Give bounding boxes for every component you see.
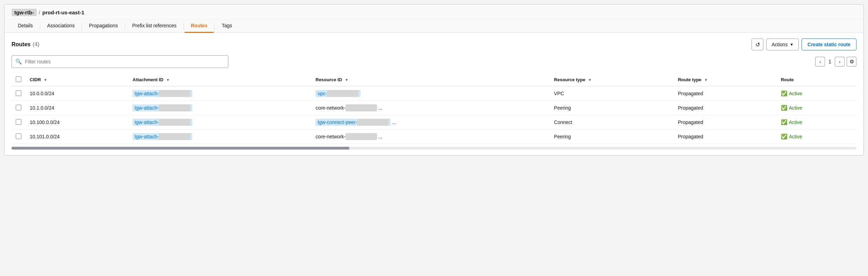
resource-id-link[interactable]: tgw-connect-peer- bbox=[315, 119, 391, 126]
status-badge: ✅ Active bbox=[781, 90, 852, 97]
content-area: Routes (4) ↺ Actions ▼ Create static rou… bbox=[5, 33, 863, 155]
tab-divider-5 bbox=[214, 22, 215, 29]
row-checkbox-3[interactable] bbox=[16, 133, 21, 139]
route-type-cell: Propagated bbox=[674, 130, 776, 144]
resource-type-cell: Peering bbox=[550, 130, 674, 144]
row-checkbox-cell[interactable] bbox=[12, 130, 26, 144]
horizontal-scrollbar[interactable] bbox=[12, 147, 856, 150]
ellipsis: ... bbox=[392, 119, 396, 125]
route-type-cell: Propagated bbox=[674, 101, 776, 115]
dropdown-icon: ▼ bbox=[790, 42, 794, 47]
breadcrumb-name: prod-rt-us-east-1 bbox=[42, 9, 84, 15]
next-page-button[interactable]: › bbox=[835, 57, 845, 67]
cidr-sort-icon[interactable]: ▼ bbox=[43, 78, 47, 82]
scrollbar-thumb[interactable] bbox=[12, 147, 349, 150]
row-checkbox-0[interactable] bbox=[16, 90, 21, 96]
resource-id-cell[interactable]: tgw-connect-peer- ... bbox=[311, 115, 550, 130]
resource-id-plain: core-network- bbox=[315, 134, 346, 139]
table-row: 10.100.0.0/24tgw-attach- tgw-connect-pee… bbox=[12, 115, 856, 130]
resource-type-sort-icon[interactable]: ▼ bbox=[588, 78, 592, 82]
resource-masked bbox=[346, 133, 377, 140]
status-label: Active bbox=[789, 119, 802, 125]
section-count: (4) bbox=[33, 41, 40, 48]
table-header-row: CIDR ▼ Attachment ID ▼ Resource ID ▼ Res… bbox=[12, 74, 856, 86]
resource-masked bbox=[357, 119, 389, 126]
prev-page-button[interactable]: ‹ bbox=[815, 57, 825, 67]
refresh-button[interactable]: ↺ bbox=[752, 39, 763, 50]
search-input[interactable] bbox=[25, 59, 225, 64]
section-header: Routes (4) ↺ Actions ▼ Create static rou… bbox=[12, 39, 856, 50]
resource-id-cell[interactable]: vpc- bbox=[311, 86, 550, 101]
resource-masked bbox=[346, 104, 377, 111]
attachment-id-link[interactable]: tgw-attach- bbox=[133, 119, 192, 126]
status-label: Active bbox=[789, 105, 802, 111]
resource-id-sort-icon[interactable]: ▼ bbox=[345, 78, 349, 82]
col-header-attachment-id: Attachment ID ▼ bbox=[128, 74, 311, 86]
resource-id-link[interactable]: vpc- bbox=[315, 90, 360, 97]
tab-tags[interactable]: Tags bbox=[215, 19, 239, 33]
resource-type-cell: VPC bbox=[550, 86, 674, 101]
table-row: 10.0.0.0/24tgw-attach- vpc- VPCPropagate… bbox=[12, 86, 856, 101]
col-header-route-state: Route bbox=[777, 74, 856, 86]
tab-propagations[interactable]: Propagations bbox=[83, 19, 124, 33]
status-badge: ✅ Active bbox=[781, 119, 852, 125]
ellipsis: ... bbox=[378, 105, 383, 111]
attachment-id-link[interactable]: tgw-attach- bbox=[133, 104, 192, 111]
create-static-route-button[interactable]: Create static route bbox=[802, 39, 856, 50]
col-header-resource-type: Resource type ▼ bbox=[550, 74, 674, 86]
resource-masked bbox=[327, 90, 358, 97]
attachment-id-cell[interactable]: tgw-attach- bbox=[128, 86, 311, 101]
tab-details[interactable]: Details bbox=[12, 19, 39, 33]
row-checkbox-2[interactable] bbox=[16, 119, 21, 125]
col-header-route-type: Route type ▼ bbox=[674, 74, 776, 86]
page-number: 1 bbox=[827, 59, 833, 64]
attachment-id-link[interactable]: tgw-attach- bbox=[133, 133, 192, 140]
status-badge: ✅ Active bbox=[781, 133, 852, 140]
resource-id-plain: core-network- bbox=[315, 105, 346, 111]
check-icon: ✅ bbox=[781, 105, 788, 111]
tab-routes[interactable]: Routes bbox=[185, 19, 214, 33]
col-header-cidr: CIDR ▼ bbox=[26, 74, 128, 86]
row-checkbox-1[interactable] bbox=[16, 105, 21, 110]
attachment-id-cell[interactable]: tgw-attach- bbox=[128, 130, 311, 144]
table-row: 10.101.0.0/24tgw-attach- core-network- .… bbox=[12, 130, 856, 144]
table-settings-button[interactable]: ⚙ bbox=[847, 57, 856, 67]
page-wrapper: tgw-rtb- / prod-rt-us-east-1 Details Ass… bbox=[4, 4, 864, 156]
routes-table: CIDR ▼ Attachment ID ▼ Resource ID ▼ Res… bbox=[12, 74, 856, 144]
attachment-id-link[interactable]: tgw-attach- bbox=[133, 90, 192, 97]
route-state-cell: ✅ Active bbox=[777, 130, 856, 144]
resource-id-cell[interactable]: core-network- ... bbox=[311, 130, 550, 144]
cidr-cell: 10.101.0.0/24 bbox=[26, 130, 128, 144]
attachment-id-cell[interactable]: tgw-attach- bbox=[128, 115, 311, 130]
row-checkbox-cell[interactable] bbox=[12, 101, 26, 115]
tab-prefix-list-references[interactable]: Prefix list references bbox=[126, 19, 183, 33]
search-bar[interactable]: 🔍 bbox=[12, 55, 228, 68]
pagination-controls: ‹ 1 › ⚙ bbox=[815, 57, 856, 67]
select-all-checkbox[interactable] bbox=[16, 76, 21, 82]
row-checkbox-cell[interactable] bbox=[12, 115, 26, 130]
actions-label: Actions bbox=[771, 42, 788, 47]
attachment-id-cell[interactable]: tgw-attach- bbox=[128, 101, 311, 115]
cidr-cell: 10.1.0.0/24 bbox=[26, 101, 128, 115]
attachment-masked bbox=[159, 133, 190, 140]
settings-icon: ⚙ bbox=[849, 58, 854, 65]
attachment-sort-icon[interactable]: ▼ bbox=[166, 78, 170, 82]
row-checkbox-cell[interactable] bbox=[12, 86, 26, 101]
table-row: 10.1.0.0/24tgw-attach- core-network- ...… bbox=[12, 101, 856, 115]
check-icon: ✅ bbox=[781, 90, 788, 97]
resource-id-cell[interactable]: core-network- ... bbox=[311, 101, 550, 115]
resource-type-cell: Peering bbox=[550, 101, 674, 115]
tab-divider-4 bbox=[184, 22, 184, 29]
ellipsis: ... bbox=[378, 134, 383, 139]
route-state-cell: ✅ Active bbox=[777, 86, 856, 101]
check-icon: ✅ bbox=[781, 133, 788, 140]
cidr-cell: 10.100.0.0/24 bbox=[26, 115, 128, 130]
col-header-resource-id: Resource ID ▼ bbox=[311, 74, 550, 86]
actions-button[interactable]: Actions ▼ bbox=[766, 39, 799, 50]
tab-associations[interactable]: Associations bbox=[41, 19, 81, 33]
attachment-masked bbox=[159, 119, 190, 126]
refresh-icon: ↺ bbox=[755, 41, 760, 48]
route-type-sort-icon[interactable]: ▼ bbox=[704, 78, 708, 82]
select-all-header[interactable] bbox=[12, 74, 26, 86]
attachment-masked bbox=[159, 104, 190, 111]
